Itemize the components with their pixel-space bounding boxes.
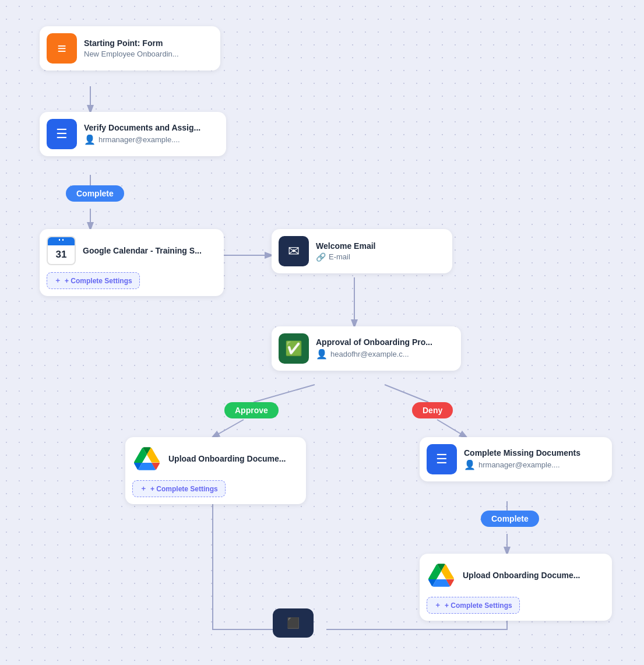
verify-icon: ☰	[47, 119, 77, 149]
complete-missing-docs-node[interactable]: ☰ Complete Missing Documents 👤 hrmanager…	[420, 437, 612, 481]
verify-documents-title: Verify Documents and Assig...	[84, 123, 200, 132]
plus-icon: ＋	[54, 276, 61, 286]
deny-badge[interactable]: Deny	[412, 402, 453, 418]
upload-documents-2-node[interactable]: Upload Onboarding Docume... ＋ + Complete…	[420, 554, 612, 621]
verify-documents-subtitle: 👤 hrmanager@example....	[84, 134, 200, 145]
starting-point-node[interactable]: ≡ Starting Point: Form New Employee Onbo…	[40, 26, 220, 71]
form-icon: ≡	[47, 33, 77, 64]
starting-point-title: Starting Point: Form	[84, 38, 179, 48]
complete-missing-docs-subtitle: 👤 hrmanager@example....	[464, 459, 580, 470]
upload-documents-1-settings-btn[interactable]: ＋ + Complete Settings	[132, 480, 226, 497]
svg-rect-11	[59, 239, 60, 241]
workflow-canvas: ≡ Starting Point: Form New Employee Onbo…	[0, 0, 644, 665]
google-calendar-node[interactable]: 31 Google Calendar - Training S... ＋ + C…	[40, 229, 224, 296]
svg-line-8	[437, 420, 466, 437]
google-calendar-settings-btn[interactable]: ＋ + Complete Settings	[47, 272, 140, 289]
svg-line-7	[213, 420, 244, 437]
verify-documents-node[interactable]: ☰ Verify Documents and Assig... 👤 hrmana…	[40, 112, 226, 156]
avatar-icon: 👤	[84, 134, 96, 145]
avatar-icon-2: 👤	[316, 349, 328, 360]
welcome-email-title: Welcome Email	[316, 241, 375, 251]
upload-documents-1-node[interactable]: Upload Onboarding Docume... ＋ + Complete…	[125, 437, 306, 504]
approval-node[interactable]: ✅ Approval of Onboarding Pro... 👤 headof…	[272, 326, 461, 371]
end-node-container: ⬛ END	[273, 617, 295, 629]
upload-documents-2-title: Upload Onboarding Docume...	[463, 571, 580, 580]
complete-missing-docs-title: Complete Missing Documents	[464, 448, 580, 458]
complete-badge-1[interactable]: Complete	[66, 185, 124, 202]
missing-docs-icon: ☰	[427, 444, 457, 474]
approval-title: Approval of Onboarding Pro...	[316, 337, 432, 347]
gcal-icon: 31	[47, 236, 76, 265]
approval-icon: ✅	[279, 333, 309, 364]
welcome-email-node[interactable]: ✉ Welcome Email 🔗 E-mail	[272, 229, 452, 273]
svg-line-6	[385, 385, 428, 402]
upload-documents-1-title: Upload Onboarding Docume...	[168, 454, 286, 463]
upload-documents-2-settings-btn[interactable]: ＋ + Complete Settings	[427, 597, 520, 614]
complete-badge-2[interactable]: Complete	[481, 511, 539, 527]
svg-rect-12	[62, 239, 64, 241]
svg-line-5	[254, 385, 315, 402]
end-icon: ⬛	[273, 608, 314, 638]
email-icon: ✉	[279, 236, 309, 266]
starting-point-subtitle: New Employee Onboardin...	[84, 50, 179, 58]
gdrive-icon-1	[132, 444, 161, 473]
plus-icon-3: ＋	[434, 600, 441, 610]
google-calendar-title: Google Calendar - Training S...	[83, 246, 202, 255]
link-icon: 🔗	[316, 252, 326, 262]
approval-subtitle: 👤 headofhr@example.c...	[316, 349, 432, 360]
gdrive-icon-2	[427, 561, 456, 590]
plus-icon-2: ＋	[140, 484, 147, 494]
approve-badge[interactable]: Approve	[224, 402, 279, 418]
avatar-icon-3: 👤	[464, 459, 476, 470]
welcome-email-subtitle: 🔗 E-mail	[316, 252, 375, 262]
